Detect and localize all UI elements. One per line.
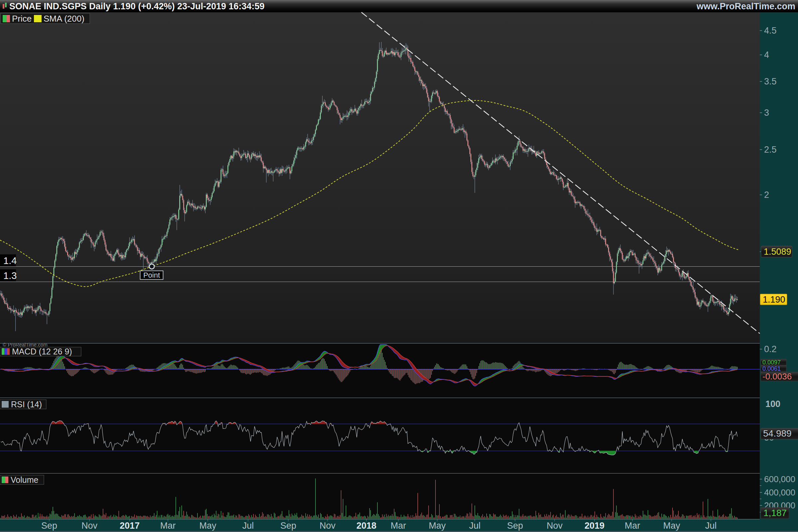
svg-text:2: 2 bbox=[764, 190, 769, 200]
svg-text:0.0061: 0.0061 bbox=[762, 365, 781, 372]
svg-text:4: 4 bbox=[764, 50, 769, 60]
svg-text:Jul: Jul bbox=[705, 521, 717, 531]
svg-text:3: 3 bbox=[764, 108, 769, 118]
svg-text:-0.0036: -0.0036 bbox=[762, 372, 792, 381]
svg-text:Point: Point bbox=[143, 271, 160, 279]
svg-text:Price: Price bbox=[12, 14, 32, 24]
svg-text:54.989: 54.989 bbox=[763, 428, 792, 439]
svg-text:SMA (200): SMA (200) bbox=[43, 14, 84, 24]
svg-text:400,000: 400,000 bbox=[764, 488, 795, 497]
svg-text:Sep: Sep bbox=[507, 521, 523, 531]
svg-text:Volume: Volume bbox=[11, 475, 38, 484]
svg-text:Mar: Mar bbox=[160, 521, 176, 531]
svg-text:May: May bbox=[663, 521, 680, 531]
svg-text:RSI (14): RSI (14) bbox=[11, 400, 42, 409]
svg-text:1.5089: 1.5089 bbox=[764, 247, 791, 257]
svg-text:May: May bbox=[199, 521, 216, 531]
svg-text:1.3: 1.3 bbox=[3, 270, 17, 281]
svg-text:Nov: Nov bbox=[320, 521, 336, 531]
svg-text:Mar: Mar bbox=[391, 521, 406, 531]
svg-text:Sep: Sep bbox=[280, 521, 296, 531]
svg-text:Sep: Sep bbox=[41, 521, 57, 531]
svg-text:2017: 2017 bbox=[120, 521, 140, 531]
svg-text:SONAE IND.SGPS Daily 1.190 (+0: SONAE IND.SGPS Daily 1.190 (+0.42%) 23-J… bbox=[9, 1, 265, 11]
svg-text:4.5: 4.5 bbox=[764, 25, 777, 36]
svg-text:3.5: 3.5 bbox=[764, 76, 777, 87]
svg-text:1,187: 1,187 bbox=[763, 508, 787, 518]
svg-text:Jul: Jul bbox=[469, 521, 481, 531]
svg-text:1.190: 1.190 bbox=[763, 294, 785, 305]
svg-text:0.0097: 0.0097 bbox=[762, 359, 781, 366]
svg-text:www.ProRealTime.com: www.ProRealTime.com bbox=[696, 1, 795, 11]
svg-text:0.2: 0.2 bbox=[764, 344, 777, 354]
svg-text:600,000: 600,000 bbox=[764, 474, 795, 484]
svg-text:May: May bbox=[429, 521, 446, 531]
svg-text:Nov: Nov bbox=[81, 521, 98, 531]
svg-text:Mar: Mar bbox=[625, 521, 640, 531]
svg-text:MACD (12 26 9): MACD (12 26 9) bbox=[12, 347, 72, 356]
svg-text:1.4: 1.4 bbox=[3, 255, 17, 266]
svg-text:2019: 2019 bbox=[585, 521, 605, 531]
svg-text:2018: 2018 bbox=[357, 521, 376, 531]
svg-text:2.5: 2.5 bbox=[764, 145, 777, 155]
svg-text:Jul: Jul bbox=[242, 521, 254, 531]
svg-text:Nov: Nov bbox=[547, 521, 563, 531]
svg-text:100: 100 bbox=[765, 399, 780, 409]
